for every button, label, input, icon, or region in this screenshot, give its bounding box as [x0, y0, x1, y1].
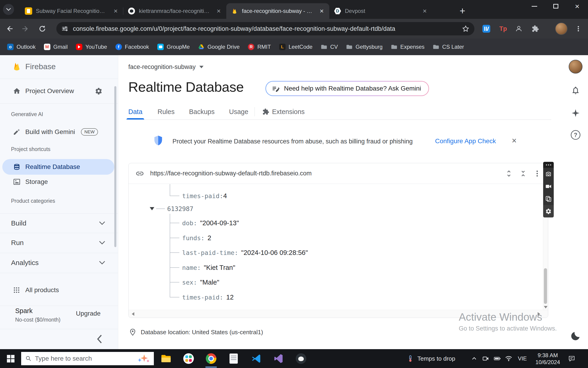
- sidebar-item-project-overview[interactable]: Project Overview: [0, 83, 118, 99]
- gemini-sparkle-icon[interactable]: [571, 109, 580, 118]
- taskbar-chrome[interactable]: [205, 352, 217, 365]
- banner-close-icon[interactable]: ×: [509, 135, 520, 146]
- bookmark-groupme[interactable]: GroupMe: [154, 42, 193, 52]
- browser-tab-subway[interactable]: Subway Facial Recognition - Go ×: [20, 3, 123, 19]
- bookmark-youtube[interactable]: YouTube: [73, 42, 110, 52]
- dark-mode-moon-icon[interactable]: [570, 331, 581, 341]
- tab-rules[interactable]: Rules: [158, 104, 175, 120]
- tree-row-last-paid-time[interactable]: last-paid-time: "2024-10-06 09:28:56": [182, 248, 308, 258]
- taskbar-vscode[interactable]: [250, 352, 262, 365]
- project-settings-gear-icon[interactable]: [95, 87, 103, 95]
- browser-tab-firebase-active[interactable]: face-recognition-subway - Real ×: [226, 3, 329, 19]
- console-account-avatar[interactable]: [569, 60, 582, 74]
- taskbar-clock[interactable]: 9:38 AM 10/6/2024: [531, 352, 565, 366]
- capture-settings-button[interactable]: [543, 205, 554, 217]
- database-url[interactable]: https://face-recognition-subway-default-…: [150, 170, 499, 177]
- scroll-down-arrow-icon[interactable]: [544, 306, 548, 308]
- collapse-all-icon[interactable]: [519, 169, 527, 178]
- sidebar-item-all-products[interactable]: All products: [0, 282, 118, 298]
- bookmark-outlook[interactable]: Outlook: [4, 42, 39, 52]
- tab-close-icon[interactable]: ×: [111, 7, 120, 15]
- sidebar-item-build-with-gemini[interactable]: Build with Gemini NEW: [0, 124, 118, 140]
- tree-row-partial[interactable]: times-paid: 4: [182, 191, 227, 201]
- bookmark-folder-cv[interactable]: CV: [317, 42, 341, 52]
- bookmark-star-icon[interactable]: [462, 25, 469, 32]
- tree-row-times-paid[interactable]: times-paid: 12: [182, 292, 234, 302]
- tree-row-name[interactable]: name: "Kiet Tran": [182, 263, 235, 273]
- reload-button[interactable]: [35, 21, 50, 36]
- tab-close-icon[interactable]: ×: [317, 7, 326, 15]
- bookmark-rmit[interactable]: RMIT: [244, 42, 274, 52]
- bookmark-google-drive[interactable]: Google Drive: [195, 42, 243, 52]
- collapse-node-triangle-icon[interactable]: [150, 207, 154, 210]
- tree-row-funds[interactable]: funds: 2: [182, 233, 211, 243]
- address-bar[interactable]: console.firebase.google.com/u/0/project/…: [56, 22, 474, 35]
- sidebar-item-realtime-database[interactable]: Realtime Database: [0, 159, 118, 175]
- ask-gemini-button[interactable]: Need help with Realtime Database? Ask Ge…: [265, 81, 429, 96]
- capture-toolbar-handle[interactable]: [543, 162, 554, 168]
- tree-row-dob[interactable]: dob: "2004-09-13": [182, 218, 239, 228]
- tab-usage[interactable]: Usage: [229, 104, 248, 120]
- library-extension-icon[interactable]: [480, 22, 493, 35]
- vertical-scrollbar-thumb[interactable]: [544, 268, 547, 304]
- url-text[interactable]: console.firebase.google.com/u/0/project/…: [73, 25, 457, 32]
- new-tab-button[interactable]: +: [457, 5, 468, 17]
- taskbar-notepad[interactable]: [227, 352, 240, 365]
- expand-all-icon[interactable]: [505, 169, 513, 178]
- record-video-button[interactable]: [543, 180, 554, 193]
- more-options-icon[interactable]: [533, 170, 541, 177]
- tray-camera-icon[interactable]: [482, 354, 490, 363]
- tp-extension-icon[interactable]: Tp: [497, 22, 510, 35]
- window-maximize-button[interactable]: [545, 0, 567, 12]
- tree-row-sex[interactable]: sex: "Male": [182, 277, 219, 287]
- tab-close-icon[interactable]: ×: [420, 7, 429, 15]
- weather-label[interactable]: Temps to drop: [417, 355, 455, 362]
- tab-data[interactable]: Data: [128, 104, 142, 120]
- start-button[interactable]: [0, 349, 21, 368]
- browser-menu-button[interactable]: [572, 22, 585, 35]
- action-center-icon[interactable]: [568, 354, 576, 363]
- notifications-bell-icon[interactable]: [571, 86, 580, 95]
- taskbar-visual-studio[interactable]: [272, 352, 285, 365]
- firebase-logo[interactable]: Firebase: [0, 58, 118, 74]
- bookmark-facebook[interactable]: Facebook: [112, 42, 152, 52]
- scroll-left-arrow-icon[interactable]: [132, 312, 134, 316]
- bookmark-gmail[interactable]: Gmail: [40, 42, 71, 52]
- bookmark-leetcode[interactable]: LeetCode: [276, 42, 316, 52]
- help-icon[interactable]: [571, 130, 580, 140]
- taskbar-file-explorer[interactable]: [160, 352, 172, 365]
- window-minimize-button[interactable]: [524, 0, 545, 12]
- taskbar-search[interactable]: [21, 352, 154, 365]
- sidebar-item-storage[interactable]: Storage: [0, 174, 118, 190]
- browser-tab-github[interactable]: kiettranmrac/face-recognition-s ×: [123, 3, 226, 19]
- tray-battery-icon[interactable]: [493, 354, 501, 363]
- tray-expand-chevron-icon[interactable]: [470, 354, 478, 363]
- copy-capture-button[interactable]: [543, 193, 554, 205]
- screenshot-camera-button[interactable]: [543, 168, 554, 180]
- profile-extension-icon[interactable]: [512, 22, 525, 35]
- weather-thermometer-icon[interactable]: [406, 354, 414, 363]
- tab-close-icon[interactable]: ×: [214, 7, 223, 15]
- tab-extensions[interactable]: Extensions: [262, 104, 305, 120]
- browser-tab-devpost[interactable]: Devpost ×: [329, 3, 432, 19]
- project-selector[interactable]: face-recognition-subway: [128, 62, 204, 72]
- tray-wifi-icon[interactable]: [504, 354, 513, 363]
- taskbar-slack[interactable]: [182, 352, 195, 365]
- browser-profile-avatar[interactable]: [555, 22, 568, 35]
- configure-app-check-link[interactable]: Configure App Check: [435, 138, 496, 145]
- site-info-tune-icon[interactable]: [61, 25, 68, 32]
- collapse-sidebar-button[interactable]: [96, 334, 103, 344]
- language-indicator[interactable]: VIE: [518, 355, 527, 362]
- forward-button[interactable]: [18, 21, 33, 36]
- window-close-button[interactable]: ×: [566, 0, 588, 12]
- bookmark-folder-gettysburg[interactable]: Gettysburg: [343, 42, 386, 52]
- bookmark-folder-expenses[interactable]: Expenses: [387, 42, 428, 52]
- sidebar-category-build[interactable]: Build: [0, 213, 118, 233]
- upgrade-button[interactable]: Upgrade: [76, 310, 101, 317]
- sidebar-category-run[interactable]: Run: [0, 233, 118, 252]
- bookmark-folder-cs-later[interactable]: CS Later: [429, 42, 467, 52]
- tab-search-button[interactable]: [3, 4, 14, 15]
- taskbar-github-desktop[interactable]: [295, 352, 307, 365]
- search-input[interactable]: [35, 355, 135, 362]
- tab-backups[interactable]: Backups: [189, 104, 215, 120]
